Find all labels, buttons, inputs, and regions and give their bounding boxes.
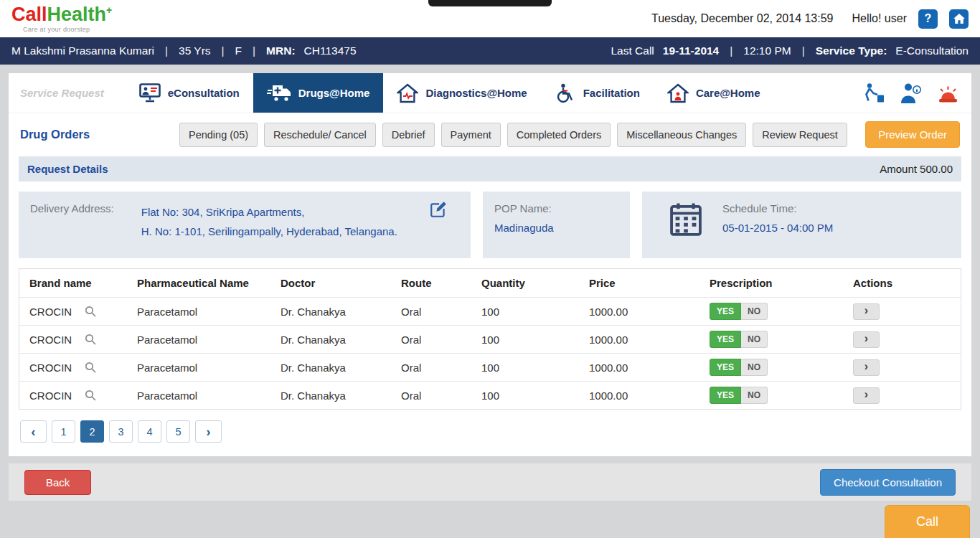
next-page-button[interactable]: › xyxy=(195,420,222,443)
logo-plus-icon: + xyxy=(106,4,112,16)
schedule-info: Schedule Time: 05-01-2015 - 04:00 PM xyxy=(722,202,833,234)
drug-orders-toolbar: Drug Orders Pending (05) Reschedule/ Can… xyxy=(9,113,971,155)
separator: | xyxy=(220,44,227,57)
actions-cell: › xyxy=(843,359,961,376)
reschedule-cancel-button[interactable]: Reschedule/ Cancel xyxy=(264,123,376,147)
pharmaceutical-name: Paracetamol xyxy=(127,306,270,318)
payment-button[interactable]: Payment xyxy=(441,123,501,147)
prescription-yes-button[interactable]: YES xyxy=(710,331,741,348)
checkout-consultation-button[interactable]: Checkout Consultation xyxy=(820,469,956,496)
route-value: Oral xyxy=(391,334,471,346)
patient-gender: F xyxy=(235,44,242,57)
search-icon[interactable] xyxy=(85,362,96,373)
table-row: CROCIN Paracetamol Dr. Chanakya Oral 100… xyxy=(19,325,961,353)
pop-name-label: POP Name: xyxy=(494,202,618,214)
page-button-5[interactable]: 5 xyxy=(166,420,190,443)
nav-utility-icons xyxy=(859,82,971,104)
home-icon[interactable] xyxy=(949,9,969,29)
actions-cell: › xyxy=(843,387,961,404)
patient-name: M Lakshmi Prasanna Kumari xyxy=(11,44,154,57)
edit-address-icon[interactable] xyxy=(429,200,448,221)
completed-orders-button[interactable]: Completed Orders xyxy=(507,123,611,147)
col-pharmaceutical-name: Pharmaceutical Name xyxy=(127,269,270,297)
help-icon[interactable]: ? xyxy=(918,9,938,29)
tab-drugs-home[interactable]: Drugs@Home xyxy=(253,73,384,113)
prescription-no-button[interactable]: NO xyxy=(741,387,768,404)
page-button-4[interactable]: 4 xyxy=(138,420,161,443)
address-line-2: H. No: 1-101, Serilingampally, Hyderabad… xyxy=(141,222,459,241)
prescription-no-button[interactable]: NO xyxy=(741,331,768,348)
patient-bar: M Lakshmi Prasanna Kumari | 35 Yrs | F |… xyxy=(0,37,980,65)
mrn-value: CH113475 xyxy=(304,44,357,57)
separator: | xyxy=(727,44,735,57)
row-expand-button[interactable]: › xyxy=(853,303,880,320)
row-expand-button[interactable]: › xyxy=(853,331,880,348)
row-expand-button[interactable]: › xyxy=(853,359,880,376)
patient-info: M Lakshmi Prasanna Kumari | 35 Yrs | F |… xyxy=(11,44,357,57)
price-value: 1000.00 xyxy=(579,390,699,402)
datetime-text: Tuesday, December 02, 2014 13:59 xyxy=(651,12,834,25)
prescription-no-button[interactable]: NO xyxy=(741,303,768,320)
table-row: CROCIN Paracetamol Dr. Chanakya Oral 100… xyxy=(19,297,961,325)
actions-cell: › xyxy=(843,331,961,348)
brand-name: CROCIN xyxy=(29,362,72,374)
doctor-name: Dr. Chanakya xyxy=(270,306,391,318)
pending-button[interactable]: Pending (05) xyxy=(179,123,258,147)
review-request-button[interactable]: Review Request xyxy=(753,123,847,147)
patient-info-icon[interactable] xyxy=(900,82,921,104)
tab-label: Care@Home xyxy=(696,87,760,99)
row-expand-button[interactable]: › xyxy=(853,387,880,404)
col-brand-name: Brand name xyxy=(19,269,127,297)
page-button-2[interactable]: 2 xyxy=(80,420,104,443)
referral-icon[interactable] xyxy=(859,82,885,104)
request-cards: Delivery Address: Flat No: 304, SriKripa… xyxy=(19,192,961,258)
delivery-address-card: Delivery Address: Flat No: 304, SriKripa… xyxy=(19,192,471,258)
separator: | xyxy=(800,44,807,57)
address-line-1: Flat No: 304, SriKripa Apartments, xyxy=(141,202,459,222)
greeting-text: Hello! user xyxy=(852,12,907,25)
price-value: 1000.00 xyxy=(579,362,699,374)
econsultation-icon xyxy=(139,83,161,103)
pharmaceutical-name: Paracetamol xyxy=(127,390,270,402)
col-route: Route xyxy=(391,269,471,297)
table-row: CROCIN Paracetamol Dr. Chanakya Oral 100… xyxy=(19,353,961,381)
col-actions: Actions xyxy=(843,269,961,297)
doctor-name: Dr. Chanakya xyxy=(270,390,391,402)
emergency-icon[interactable] xyxy=(936,82,960,104)
schedule-card: Schedule Time: 05-01-2015 - 04:00 PM xyxy=(642,192,961,258)
pharmaceutical-name: Paracetamol xyxy=(127,334,270,346)
logo[interactable]: CallHealth+ Care at your doorstep xyxy=(11,5,112,33)
call-button[interactable]: Call xyxy=(885,505,970,538)
preview-order-button[interactable]: Preview Order xyxy=(865,121,960,148)
back-button[interactable]: Back xyxy=(24,470,91,495)
care-home-icon xyxy=(667,83,689,103)
tab-diagnostics-home[interactable]: Diagnostics@Home xyxy=(383,73,540,113)
prescription-toggle: YESNO xyxy=(699,331,843,348)
debrief-button[interactable]: Debrief xyxy=(382,123,435,147)
patient-age: 35 Yrs xyxy=(179,44,211,57)
prescription-no-button[interactable]: NO xyxy=(741,359,768,376)
actions-cell: › xyxy=(843,303,961,320)
search-icon[interactable] xyxy=(85,390,96,401)
facilitation-icon xyxy=(555,83,576,103)
page-button-1[interactable]: 1 xyxy=(52,420,75,443)
quantity-value: 100 xyxy=(471,306,579,318)
tab-econsultation[interactable]: eConsultation xyxy=(126,73,253,113)
tab-facilitation[interactable]: Facilitation xyxy=(541,73,654,113)
search-icon[interactable] xyxy=(85,334,96,345)
pagination: ‹ 1 2 3 4 5 › xyxy=(9,410,971,455)
prev-page-button[interactable]: ‹ xyxy=(20,420,47,443)
service-type-label: Service Type: xyxy=(816,44,887,57)
tab-care-home[interactable]: Care@Home xyxy=(654,73,774,113)
miscellaneous-changes-button[interactable]: Miscellaneous Changes xyxy=(617,123,746,147)
prescription-yes-button[interactable]: YES xyxy=(710,303,741,320)
prescription-yes-button[interactable]: YES xyxy=(710,387,741,404)
page-title: Drug Orders xyxy=(20,128,179,141)
logo-call: Call xyxy=(11,4,47,25)
search-icon[interactable] xyxy=(85,306,96,317)
quantity-value: 100 xyxy=(471,334,579,346)
col-quantity: Quantity xyxy=(471,269,579,297)
prescription-yes-button[interactable]: YES xyxy=(710,359,741,376)
tab-label: Drugs@Home xyxy=(298,87,370,99)
page-button-3[interactable]: 3 xyxy=(109,420,133,443)
